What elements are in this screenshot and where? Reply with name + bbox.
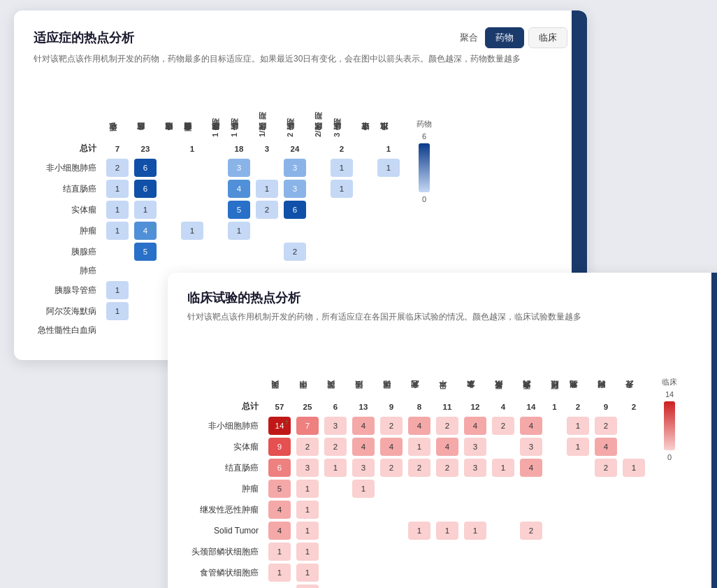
heatmap-cell	[206, 220, 225, 241]
heatmap-cell	[620, 499, 648, 520]
heatmap-cell: 4	[349, 436, 377, 457]
total-cell: 11	[433, 398, 461, 415]
col-header: 德国	[377, 335, 405, 398]
heatmap-cell: 2	[103, 157, 131, 178]
total-cell: 2	[564, 398, 592, 415]
total-cell	[309, 140, 328, 157]
row-label: 食管鳞状细胞癌	[187, 562, 266, 583]
heatmap-cell: 4	[405, 415, 433, 436]
heatmap-cell	[592, 541, 620, 562]
heatmap-cell: 4	[266, 499, 294, 520]
heatmap-cell: 3	[461, 436, 489, 457]
heatmap-cell: 4	[266, 520, 294, 541]
heatmap-cell	[405, 541, 433, 562]
row-label: 结直肠癌	[34, 178, 103, 199]
heatmap-cell	[377, 520, 405, 541]
total-cell	[159, 140, 178, 157]
heatmap-cell: 4	[592, 436, 620, 457]
col-header: 申请上市	[356, 77, 375, 140]
heatmap-cell: 2	[321, 436, 349, 457]
heatmap-cell	[545, 457, 564, 478]
heatmap-cell: 1	[461, 520, 489, 541]
heatmap-cell: 2	[294, 583, 321, 588]
heatmap-cell	[489, 436, 517, 457]
total-cell: 8	[405, 398, 433, 415]
heatmap-cell: 1	[405, 436, 433, 457]
legend-bar-red	[664, 401, 675, 450]
heatmap-cell	[592, 499, 620, 520]
heatmap-cell	[545, 520, 564, 541]
heatmap-cell	[356, 178, 375, 199]
heatmap-cell	[377, 499, 405, 520]
heatmap-cell	[178, 178, 206, 199]
heatmap-cell: 4	[377, 436, 405, 457]
heatmap-cell: 3	[321, 415, 349, 436]
heatmap-cell	[321, 499, 349, 520]
heatmap-cell	[433, 562, 461, 583]
heatmap-cell	[309, 241, 328, 262]
heatmap-cell	[131, 262, 159, 280]
heatmap-cell	[321, 562, 349, 583]
heatmap-cell	[225, 241, 253, 262]
heatmap-cell: 2	[592, 415, 620, 436]
heatmap-cell	[592, 478, 620, 499]
heatmap-cell	[356, 241, 375, 262]
heatmap-cell	[461, 583, 489, 588]
heatmap-cell: 6	[281, 199, 309, 220]
heatmap-cell	[159, 157, 178, 178]
heatmap-cell	[377, 583, 405, 588]
heatmap-cell: 1	[294, 499, 321, 520]
col-header: 临床前备不明	[178, 77, 206, 140]
col-header: 英国	[321, 335, 349, 398]
heatmap-cell: 6	[131, 178, 159, 199]
heatmap-table-bottom: 美国中国英国法国德国意大利日本加拿大俄罗斯澳大利亚阿根廷奥地利比利时丹麦 总计5…	[187, 335, 648, 588]
heatmap-cell: 1	[294, 520, 321, 541]
legend-clinical-max: 14	[665, 390, 674, 399]
total-cell	[356, 140, 375, 157]
heatmap-cell: 1	[564, 436, 592, 457]
heatmap-cell: 2	[294, 436, 321, 457]
heatmap-cell	[349, 499, 377, 520]
heatmap-cell	[545, 415, 564, 436]
heatmap-cell	[517, 478, 545, 499]
heatmap-cell: 2	[433, 457, 461, 478]
legend-clinical-label: 临床	[662, 377, 677, 387]
heatmap-cell	[564, 583, 592, 588]
heatmap-scroll-bottom[interactable]: 美国中国英国法国德国意大利日本加拿大俄罗斯澳大利亚阿根廷奥地利比利时丹麦 总计5…	[187, 335, 648, 588]
heatmap-cell	[103, 322, 131, 339]
total-cell: 23	[131, 140, 159, 157]
heatmap-cell	[375, 178, 403, 199]
heatmap-cell	[159, 220, 178, 241]
heatmap-cell: 4	[517, 457, 545, 478]
heatmap-cell	[356, 199, 375, 220]
heatmap-cell: 3	[349, 457, 377, 478]
heatmap-cell	[517, 583, 545, 588]
heatmap-cell: 4	[517, 415, 545, 436]
heatmap-cell: 2	[433, 415, 461, 436]
total-cell: 2	[620, 398, 648, 415]
heatmap-cell	[405, 499, 433, 520]
heatmap-cell	[564, 541, 592, 562]
heatmap-cell: 3	[281, 157, 309, 178]
heatmap-cell	[461, 562, 489, 583]
heatmap-cell: 1	[178, 220, 206, 241]
heatmap-cell	[321, 478, 349, 499]
row-label: 肺癌	[34, 262, 103, 280]
heatmap-cell: 1	[253, 178, 281, 199]
heatmap-cell	[433, 499, 461, 520]
heatmap-cell	[266, 583, 294, 588]
heatmap-cell: 1	[328, 178, 356, 199]
toggle-drug-btn[interactable]: 药物	[485, 27, 524, 48]
heatmap-cell	[461, 541, 489, 562]
table-row: 结直肠癌631322231421	[187, 457, 648, 478]
heatmap-cell: 5	[266, 478, 294, 499]
col-header: 临床2期	[281, 77, 309, 140]
heatmap-cell: 2	[405, 457, 433, 478]
col-header: 澳大利亚	[517, 335, 545, 398]
total-cell: 3	[253, 140, 281, 157]
col-header: 奥地利	[564, 335, 592, 398]
toggle-clinical-btn[interactable]: 临床	[528, 27, 567, 48]
heatmap-cell: 9	[266, 436, 294, 457]
arrow-up-icon: ↑	[151, 223, 154, 231]
card-bottom-subtitle: 针对该靶点该作用机制开发的药物，所有适应症在各国开展临床试验的情况。颜色越深，临…	[187, 310, 707, 324]
